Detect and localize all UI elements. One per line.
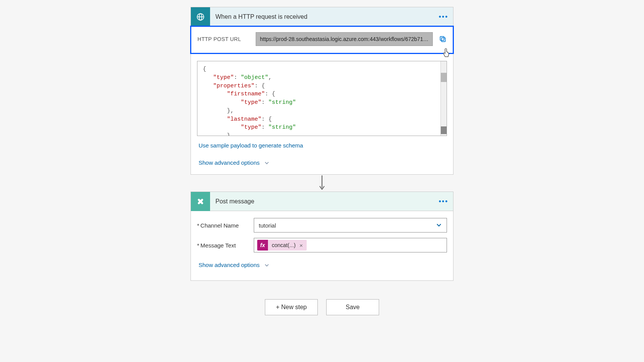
action-show-advanced[interactable]: Show advanced options	[197, 258, 447, 277]
http-trigger-header[interactable]: When a HTTP request is received •••	[191, 7, 453, 26]
advanced-toggle-label: Show advanced options	[199, 262, 260, 268]
channel-name-label: *Channel Name	[197, 222, 254, 229]
action-menu-button[interactable]: •••	[437, 196, 450, 207]
trigger-title: When a HTTP request is received	[210, 13, 437, 20]
flow-arrow-icon	[191, 175, 453, 192]
message-text-input[interactable]: fx concat(...) ×	[254, 238, 447, 252]
trigger-menu-button[interactable]: •••	[437, 11, 450, 23]
svg-rect-3	[442, 38, 445, 42]
channel-name-select[interactable]: tutorial	[254, 218, 447, 233]
chevron-down-icon	[264, 160, 269, 165]
http-post-url-label: HTTP POST URL	[197, 36, 251, 42]
trigger-show-advanced[interactable]: Show advanced options	[191, 151, 453, 174]
save-button[interactable]: Save	[326, 299, 379, 315]
http-trigger-card: When a HTTP request is received ••• HTTP…	[191, 7, 453, 175]
message-text-row: *Message Text fx concat(...) ×	[197, 238, 447, 252]
footer-actions: + New step Save	[191, 299, 453, 315]
http-request-icon	[191, 7, 210, 26]
schema-editor[interactable]: { "type": "object", "properties": { "fir…	[197, 61, 447, 136]
post-message-header[interactable]: Post message •••	[191, 192, 453, 211]
expression-label: concat(...)	[268, 242, 299, 248]
http-post-url-row: HTTP POST URL	[190, 26, 454, 54]
chevron-down-icon	[436, 222, 442, 229]
post-message-card: Post message ••• *Channel Name tutorial	[191, 192, 453, 281]
channel-name-row: *Channel Name tutorial	[197, 218, 447, 233]
cursor-hand-icon	[441, 48, 450, 60]
remove-token-button[interactable]: ×	[299, 242, 307, 249]
expression-token[interactable]: fx concat(...) ×	[257, 240, 307, 251]
chevron-down-icon	[264, 262, 269, 268]
use-sample-payload-link[interactable]: Use sample payload to generate schema	[199, 142, 303, 149]
copy-url-button[interactable]	[437, 34, 448, 44]
message-text-label: *Message Text	[197, 242, 254, 249]
svg-rect-4	[440, 36, 444, 40]
schema-text[interactable]: { "type": "object", "properties": { "fir…	[197, 61, 440, 136]
fx-icon: fx	[257, 240, 268, 251]
new-step-button[interactable]: + New step	[265, 299, 318, 315]
schema-scrollbar[interactable]	[440, 61, 447, 136]
ellipsis-icon: •••	[439, 198, 449, 205]
action-title: Post message	[210, 198, 437, 205]
channel-name-value: tutorial	[259, 222, 276, 229]
ellipsis-icon: •••	[439, 13, 449, 20]
advanced-toggle-label: Show advanced options	[199, 159, 260, 166]
slack-icon	[191, 192, 210, 211]
copy-icon	[439, 35, 447, 43]
http-post-url-input[interactable]	[256, 32, 433, 46]
